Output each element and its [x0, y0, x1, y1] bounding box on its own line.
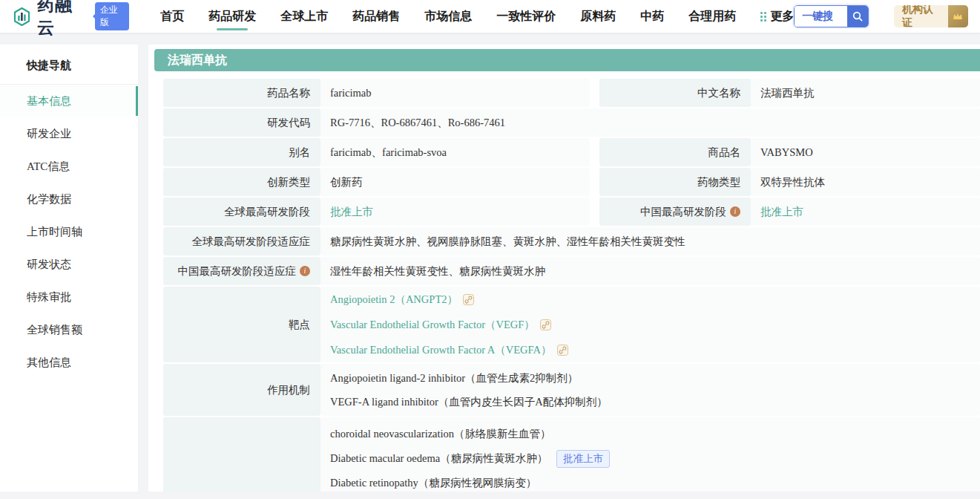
external-link-icon[interactable] [540, 319, 551, 330]
target-link-angpt2[interactable]: Angiopoietin 2（ANGPT2） [330, 293, 458, 307]
sidebar-item-rd-companies[interactable]: 研发企业 [0, 117, 138, 150]
main-nav: 首页 药品研发 全球上市 药品销售 市场信息 一致性评价 原料药 中药 合理用药… [160, 0, 794, 33]
table-row-moa: 作用机制 Angiopoietin ligand-2 inhibitor（血管生… [163, 364, 980, 416]
field-label-global-highest-phase: 全球最高研发阶段 [163, 198, 320, 226]
table-row: 研发代码 RG-7716、RO-6867461、Ro-686-7461 [163, 108, 980, 137]
info-icon[interactable]: i [730, 206, 740, 217]
sidebar-item-rd-status[interactable]: 研发状态 [0, 248, 138, 281]
field-value-alias: faricimab、faricimab-svoa [320, 138, 590, 166]
quick-nav-sidebar: 快捷导航 基本信息 研发企业 ATC信息 化学数据 上市时间轴 研发状态 特殊审… [0, 45, 138, 492]
field-label-trade-name: 商品名 [599, 138, 751, 166]
sidebar-title: 快捷导航 [0, 45, 138, 85]
field-value-drug-type: 双特异性抗体 [751, 168, 980, 196]
logo-icon [12, 7, 32, 27]
nav-item-consistency-eval[interactable]: 一致性评价 [496, 0, 556, 33]
external-link-icon[interactable] [463, 294, 474, 305]
target-link-vegf[interactable]: Vascular Endothelial Growth Factor（VEGF） [330, 318, 535, 332]
sidebar-item-other-info[interactable]: 其他信息 [0, 346, 138, 379]
table-row: 别名 faricimab、faricimab-svoa 商品名 VABYSMO [163, 138, 980, 166]
nav-item-more[interactable]: 更多 [760, 0, 794, 33]
info-icon[interactable]: i [300, 266, 310, 276]
field-value-global-highest-phase: 批准上市 [320, 198, 590, 226]
nav-item-api[interactable]: 原料药 [580, 0, 616, 33]
sidebar-item-atc-info[interactable]: ATC信息 [0, 150, 138, 183]
sidebar-item-chemical-data[interactable]: 化学数据 [0, 183, 138, 215]
drug-detail-card: 法瑞西单抗 药品名称 faricimab 中文名称 法瑞西单抗 研发代码 RG-… [148, 45, 980, 492]
field-label-china-phase-indications: 中国最高研发阶段适应症 i [163, 257, 320, 285]
navbar-right: 一键搜索 机构认证 [794, 5, 968, 27]
table-row-targets: 靶点 Angiopoietin 2（ANGPT2） Vascular Endot… [163, 287, 980, 362]
sidebar-item-basic-info[interactable]: 基本信息 [0, 85, 138, 117]
moa-item: Angiopoietin ligand-2 inhibitor（血管生成素2抑制… [330, 366, 980, 390]
target-link-vegfa[interactable]: Vascular Endothelial Growth Factor A（VEG… [330, 343, 552, 357]
indication-item: Diabetic retinopathy（糖尿病性视网膜病变） [330, 471, 980, 492]
field-value-indications: choroidal neovascularization（脉络膜新生血管） Di… [320, 417, 980, 492]
field-value-china-phase-indications: 湿性年龄相关性黄斑变性、糖尿病性黄斑水肿 [320, 257, 980, 285]
search-label: 一键搜索 [795, 6, 847, 27]
table-row-indications: choroidal neovascularization（脉络膜新生血管） Di… [163, 417, 980, 492]
org-certification-button[interactable]: 机构认证 [894, 5, 968, 27]
field-label-global-phase-indications: 全球最高研发阶段适应症 [163, 227, 320, 255]
field-label-drug-name: 药品名称 [163, 79, 320, 107]
search-icon[interactable] [847, 6, 868, 27]
table-row: 全球最高研发阶段 批准上市 中国最高研发阶段 i 批准上市 [163, 198, 980, 226]
nav-item-home[interactable]: 首页 [160, 0, 184, 33]
field-label-cn-name: 中文名称 [599, 79, 751, 107]
external-link-icon[interactable] [557, 345, 568, 356]
field-value-trade-name: VABYSMO [751, 138, 980, 166]
field-value-drug-name: faricimab [320, 79, 590, 107]
approved-launch-link[interactable]: 批准上市 [330, 205, 373, 219]
sidebar-item-launch-timeline[interactable]: 上市时间轴 [0, 215, 138, 248]
table-row: 创新类型 创新药 药物类型 双特异性抗体 [163, 168, 980, 196]
sidebar-item-global-sales[interactable]: 全球销售额 [0, 313, 138, 346]
table-row: 中国最高研发阶段适应症 i 湿性年龄相关性黄斑变性、糖尿病性黄斑水肿 [163, 257, 980, 285]
moa-item: VEGF-A ligand inhibitor（血管内皮生长因子A配体抑制剂） [330, 390, 980, 414]
table-row: 药品名称 faricimab 中文名称 法瑞西单抗 [163, 79, 980, 107]
crown-icon [948, 5, 968, 27]
page-title: 法瑞西单抗 [154, 49, 980, 71]
field-label-drug-type: 药物类型 [599, 168, 751, 196]
brand-logo[interactable]: 药融云 企业版 [12, 0, 129, 39]
nav-more-label: 更多 [770, 0, 794, 33]
field-label-indications [163, 417, 320, 492]
top-navbar: 药融云 企业版 首页 药品研发 全球上市 药品销售 市场信息 一致性评价 原料药… [0, 0, 980, 33]
cert-label: 机构认证 [894, 5, 948, 27]
approved-launch-link[interactable]: 批准上市 [760, 205, 803, 219]
field-label-rd-code: 研发代码 [163, 108, 320, 137]
field-label-china-highest-phase: 中国最高研发阶段 i [599, 198, 751, 226]
table-row: 全球最高研发阶段适应症 糖尿病性黄斑水肿、视网膜静脉阻塞、黄斑水肿、湿性年龄相关… [163, 227, 980, 255]
field-label-targets: 靶点 [163, 287, 320, 362]
field-label-innovation-type: 创新类型 [163, 168, 320, 196]
quick-search-button[interactable]: 一键搜索 [794, 5, 869, 27]
status-badge-approved: 批准上市 [556, 450, 610, 468]
field-value-cn-name: 法瑞西单抗 [751, 79, 980, 107]
sidebar-item-special-approval[interactable]: 特殊审批 [0, 281, 138, 313]
nav-item-drug-rd[interactable]: 药品研发 [208, 0, 256, 33]
indication-item: Diabetic macular oedema（糖尿病性黄斑水肿） 批准上市 [330, 446, 980, 471]
viewport-bottom-strip [0, 492, 980, 499]
nav-item-global-launch[interactable]: 全球上市 [280, 0, 328, 33]
china-highest-phase-label: 中国最高研发阶段 [640, 205, 726, 219]
field-label-alias: 别名 [163, 138, 320, 166]
indication-text: Diabetic macular oedema（糖尿病性黄斑水肿） [330, 451, 547, 466]
field-value-moa: Angiopoietin ligand-2 inhibitor（血管生成素2抑制… [320, 364, 980, 416]
brand-name: 药融云 [37, 0, 85, 39]
enterprise-badge: 企业版 [95, 2, 129, 30]
grid-dots-icon [760, 12, 766, 22]
field-label-moa: 作用机制 [163, 364, 320, 416]
nav-item-drug-sales[interactable]: 药品销售 [352, 0, 400, 33]
field-value-targets: Angiopoietin 2（ANGPT2） Vascular Endothel… [320, 287, 980, 362]
field-value-innovation-type: 创新药 [320, 168, 590, 196]
indication-item: choroidal neovascularization（脉络膜新生血管） [330, 422, 980, 446]
field-value-china-highest-phase: 批准上市 [751, 198, 980, 226]
nav-item-market-info[interactable]: 市场信息 [424, 0, 472, 33]
nav-item-tcm[interactable]: 中药 [640, 0, 664, 33]
china-phase-indications-label: 中国最高研发阶段适应症 [178, 264, 297, 278]
field-value-rd-code: RG-7716、RO-6867461、Ro-686-7461 [320, 108, 980, 137]
field-value-global-phase-indications: 糖尿病性黄斑水肿、视网膜静脉阻塞、黄斑水肿、湿性年龄相关性黄斑变性 [320, 227, 980, 255]
basic-info-table: 药品名称 faricimab 中文名称 法瑞西单抗 研发代码 RG-7716、R… [163, 79, 980, 492]
nav-item-rational-use[interactable]: 合理用药 [688, 0, 736, 33]
